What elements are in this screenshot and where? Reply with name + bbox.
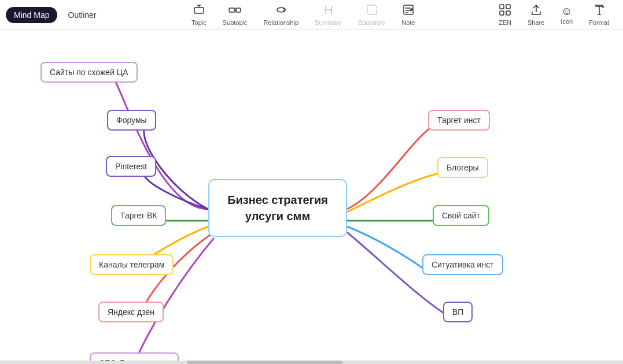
tool-format[interactable]: Format <box>581 1 617 28</box>
subtopic-label: Subtopic <box>223 19 248 26</box>
share-icon <box>530 3 543 18</box>
node-forums[interactable]: Форумы <box>107 110 156 131</box>
node-saity[interactable]: Сайты по схожей ЦА <box>40 62 138 83</box>
share-label: Share <box>528 19 544 26</box>
view-tabs: Mind Map Outliner <box>6 7 105 23</box>
tool-zen[interactable]: ZEN <box>491 1 519 28</box>
scrollbar[interactable] <box>0 361 623 364</box>
toolbar-right: ZEN Share ☺ Icon <box>491 1 617 28</box>
node-yandex-dzen[interactable]: Яндекс дзен <box>98 302 164 322</box>
node-blogery[interactable]: Блогеры <box>437 157 488 178</box>
svg-rect-11 <box>506 11 510 15</box>
tool-summary[interactable]: Summary <box>307 1 350 28</box>
node-situativka-text: Ситуативка инст <box>432 260 494 269</box>
tool-subtopic[interactable]: Subtopic <box>215 1 256 28</box>
summary-label: Summary <box>315 19 342 26</box>
tool-icon[interactable]: ☺ Icon <box>552 3 581 27</box>
svg-rect-9 <box>506 5 510 9</box>
node-svoy-sayt[interactable]: Свой сайт <box>433 205 489 226</box>
node-vp[interactable]: ВП <box>443 302 473 322</box>
tool-boundary[interactable]: Boundary <box>350 1 393 28</box>
tool-relationship[interactable]: Relationship <box>256 1 307 28</box>
scrollbar-thumb[interactable] <box>187 361 342 364</box>
format-icon <box>593 3 606 18</box>
format-label: Format <box>589 19 609 26</box>
node-pinterest[interactable]: Pinterest <box>106 156 156 177</box>
node-target-vk-text: Таргет ВК <box>120 211 157 220</box>
summary-icon <box>322 3 335 18</box>
center-text: Бизнес стратегия улсуги смм <box>227 194 328 222</box>
note-icon <box>402 3 415 18</box>
svg-rect-8 <box>500 5 504 9</box>
toolbar-center: Topic Subtopic Relationship <box>116 1 491 28</box>
node-center[interactable]: Бизнес стратегия улсуги смм <box>208 179 347 237</box>
toolbar: Mind Map Outliner Topic <box>0 0 623 30</box>
canvas[interactable]: Бизнес стратегия улсуги смм Сайты по схо… <box>0 30 623 364</box>
node-situativka[interactable]: Ситуативка инст <box>422 254 503 275</box>
icon-label: Icon <box>561 18 573 25</box>
zen-label: ZEN <box>499 19 511 26</box>
relationship-icon <box>275 3 287 18</box>
icon-icon: ☺ <box>561 5 573 17</box>
svg-rect-10 <box>500 11 504 15</box>
node-saity-text: Сайты по схожей ЦА <box>50 68 128 77</box>
node-blogery-text: Блогеры <box>447 163 479 172</box>
svg-rect-0 <box>194 8 204 13</box>
node-vp-text: ВП <box>452 307 463 317</box>
tab-mindmap[interactable]: Mind Map <box>6 7 57 23</box>
tool-note[interactable]: Note <box>393 1 423 28</box>
relationship-label: Relationship <box>264 19 299 26</box>
tool-topic[interactable]: Topic <box>183 1 215 28</box>
node-forums-text: Форумы <box>116 116 147 125</box>
tool-share[interactable]: Share <box>519 1 552 28</box>
node-kanaly[interactable]: Каналы телеграм <box>90 254 174 275</box>
node-pinterest-text: Pinterest <box>115 162 147 171</box>
node-yandex-dzen-text: Яндекс дзен <box>108 307 154 317</box>
node-target-inst[interactable]: Таргет инст <box>428 110 490 131</box>
zen-icon <box>499 3 511 18</box>
topic-icon <box>193 3 205 18</box>
svg-rect-3 <box>229 8 235 12</box>
node-kanaly-text: Каналы телеграм <box>99 260 164 269</box>
svg-rect-6 <box>367 5 377 14</box>
topic-label: Topic <box>191 19 207 26</box>
tab-outliner[interactable]: Outliner <box>60 7 104 23</box>
boundary-icon <box>366 3 378 18</box>
node-target-vk[interactable]: Таргет ВК <box>111 205 166 226</box>
subtopic-icon <box>228 3 241 18</box>
svg-rect-4 <box>236 8 241 12</box>
node-target-inst-text: Таргет инст <box>437 116 481 125</box>
note-label: Note <box>401 19 415 26</box>
boundary-label: Boundary <box>358 19 385 26</box>
node-svoy-sayt-text: Свой сайт <box>442 211 480 220</box>
